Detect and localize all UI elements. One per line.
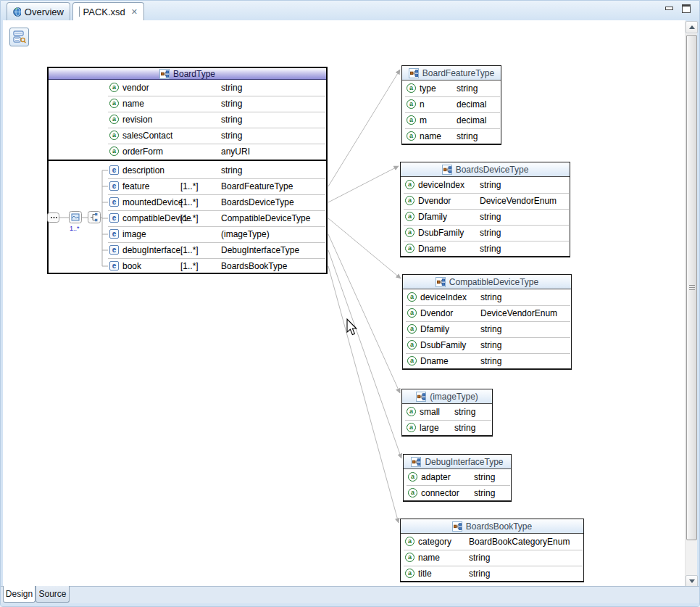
type-box-main[interactable]: BoardTypeavendorstringanamestringarevisi… bbox=[47, 67, 328, 274]
field-name: description bbox=[122, 162, 164, 178]
field-type: string bbox=[457, 128, 478, 144]
type-title: BoardType bbox=[173, 69, 215, 79]
field-name: Dfamily bbox=[420, 321, 449, 337]
type-box-header[interactable]: BoardType bbox=[49, 68, 326, 80]
maximize-icon[interactable] bbox=[682, 4, 691, 13]
field-row[interactable]: edescriptionstring bbox=[49, 162, 326, 178]
field-name: deviceIndex bbox=[420, 289, 467, 305]
attribute-icon: a bbox=[109, 146, 119, 156]
field-type: string bbox=[474, 485, 495, 501]
type-box-header[interactable]: BoardFeatureType bbox=[402, 66, 501, 80]
field-row[interactable]: aDsubFamilystring bbox=[401, 225, 570, 241]
field-row[interactable]: aDvendorDeviceVendorEnum bbox=[401, 193, 570, 209]
field-name: book bbox=[122, 258, 141, 274]
schema-design-view-button[interactable] bbox=[9, 28, 29, 46]
field-row[interactable]: asalesContactstring bbox=[49, 128, 326, 144]
schema-design-view-icon bbox=[12, 30, 27, 44]
type-title: BoardsDeviceType bbox=[456, 165, 529, 175]
field-row[interactable]: aDfamilystring bbox=[401, 209, 570, 225]
attribute-icon: a bbox=[407, 407, 416, 416]
field-type: BoardsDeviceType bbox=[221, 194, 294, 210]
attribute-icon: a bbox=[407, 115, 416, 125]
field-name: title bbox=[418, 566, 432, 582]
attribute-icon: a bbox=[405, 537, 414, 546]
type-box[interactable]: CompatibleDeviceTypeadeviceIndexstringaD… bbox=[402, 274, 572, 370]
type-box[interactable]: BoardsBookTypeacategoryBoardBookCategory… bbox=[400, 519, 584, 582]
complex-type-icon bbox=[159, 69, 170, 79]
minimize-icon[interactable] bbox=[665, 7, 673, 10]
element-icon: e bbox=[109, 197, 119, 207]
type-box-header[interactable]: CompatibleDeviceType bbox=[403, 275, 571, 289]
element-icon: e bbox=[109, 229, 119, 239]
field-type: BoardFeatureType bbox=[221, 178, 293, 194]
attribute-icon: a bbox=[109, 131, 119, 140]
type-box-header[interactable]: (imageType) bbox=[402, 389, 492, 404]
field-row[interactable]: anamestring bbox=[402, 128, 501, 144]
field-row[interactable]: asmallstring bbox=[402, 404, 492, 420]
field-row[interactable]: adeviceIndexstring bbox=[401, 177, 570, 193]
type-box[interactable]: (imageType)asmallstringalargestring bbox=[401, 389, 493, 437]
close-icon[interactable]: ✕ bbox=[131, 7, 138, 17]
field-type: string bbox=[454, 404, 475, 420]
field-name: mountedDevice bbox=[122, 194, 183, 210]
type-box-header[interactable]: BoardsBookType bbox=[401, 519, 583, 534]
attribute-icon: a bbox=[407, 292, 417, 302]
field-row[interactable]: alargestring bbox=[402, 420, 492, 436]
field-row[interactable]: aDvendorDeviceVendorEnum bbox=[403, 305, 571, 321]
attribute-icon: a bbox=[405, 196, 414, 205]
field-row[interactable]: ecompatibleDevice[1..*]CompatibleDeviceT… bbox=[49, 210, 326, 226]
field-row[interactable]: edebugInterface[1..*]DebugInterfaceType bbox=[49, 242, 326, 258]
view-tab-bar: Design Source bbox=[1, 586, 699, 606]
field-row[interactable]: aDsubFamilystring bbox=[403, 337, 571, 353]
field-row[interactable]: emountedDevice[1..*]BoardsDeviceType bbox=[49, 194, 326, 210]
field-row[interactable]: amdecimal bbox=[402, 112, 501, 128]
field-type: (imageType) bbox=[221, 226, 270, 242]
field-row[interactable]: acategoryBoardBookCategoryEnum bbox=[401, 534, 583, 550]
type-box[interactable]: BoardFeatureTypeatypestringandecimalamde… bbox=[401, 65, 501, 145]
field-row[interactable]: atitlestring bbox=[401, 566, 583, 582]
field-row[interactable]: aconnectorstring bbox=[404, 485, 511, 501]
scrollbar-thumb[interactable] bbox=[686, 35, 697, 540]
type-box[interactable]: DebugInterfaceTypeaadapterstringaconnect… bbox=[403, 454, 512, 502]
field-name: adapter bbox=[421, 469, 451, 485]
field-row[interactable]: eimage(imageType) bbox=[49, 226, 326, 242]
field-name: vendor bbox=[122, 80, 149, 96]
field-name: deviceIndex bbox=[418, 177, 464, 193]
field-row[interactable]: avendorstring bbox=[49, 80, 326, 96]
field-occurrence: [1..*] bbox=[180, 210, 199, 226]
field-type: string bbox=[480, 289, 501, 305]
field-row[interactable]: andecimal bbox=[402, 96, 501, 112]
tab-design[interactable]: Design bbox=[3, 586, 36, 603]
field-row[interactable]: aDfamilystring bbox=[403, 321, 571, 337]
editor-tab-bar: Overview S PACK.xsd ✕ bbox=[1, 1, 699, 20]
field-row[interactable]: arevisionstring bbox=[49, 112, 326, 128]
field-row[interactable]: efeature[1..*]BoardFeatureType bbox=[49, 178, 326, 194]
field-row[interactable]: anamestring bbox=[49, 96, 326, 112]
field-name: name bbox=[420, 128, 441, 144]
field-row[interactable]: aadapterstring bbox=[404, 469, 511, 485]
type-title: CompatibleDeviceType bbox=[449, 277, 538, 287]
tab-source[interactable]: Source bbox=[36, 586, 70, 603]
field-name: image bbox=[122, 226, 146, 242]
field-type: DebugInterfaceType bbox=[221, 242, 299, 258]
vertical-scrollbar[interactable] bbox=[685, 21, 697, 587]
field-type: decimal bbox=[457, 112, 486, 128]
type-box[interactable]: BoardsDeviceTypeadeviceIndexstringaDvend… bbox=[400, 162, 570, 257]
field-type: string bbox=[469, 550, 490, 566]
field-name: debugInterface bbox=[122, 242, 180, 258]
tab-pack-xsd[interactable]: S PACK.xsd ✕ bbox=[72, 2, 144, 20]
type-box-header[interactable]: DebugInterfaceType bbox=[404, 455, 511, 469]
field-row[interactable]: aorderFormanyURI bbox=[49, 144, 326, 160]
field-row[interactable]: aDnamestring bbox=[403, 353, 571, 369]
field-row[interactable]: atypestring bbox=[402, 80, 501, 96]
field-type: string bbox=[221, 80, 242, 96]
field-row[interactable]: aDnamestring bbox=[401, 241, 570, 257]
field-row[interactable]: anamestring bbox=[401, 550, 583, 566]
field-row[interactable]: ebook[1..*]BoardsBookType bbox=[49, 258, 326, 274]
field-row[interactable]: adeviceIndexstring bbox=[403, 289, 571, 305]
field-type: string bbox=[480, 337, 501, 353]
field-name: revision bbox=[122, 112, 152, 128]
scroll-up-button[interactable] bbox=[686, 21, 698, 33]
tab-overview[interactable]: Overview bbox=[7, 2, 70, 20]
type-box-header[interactable]: BoardsDeviceType bbox=[401, 162, 570, 177]
